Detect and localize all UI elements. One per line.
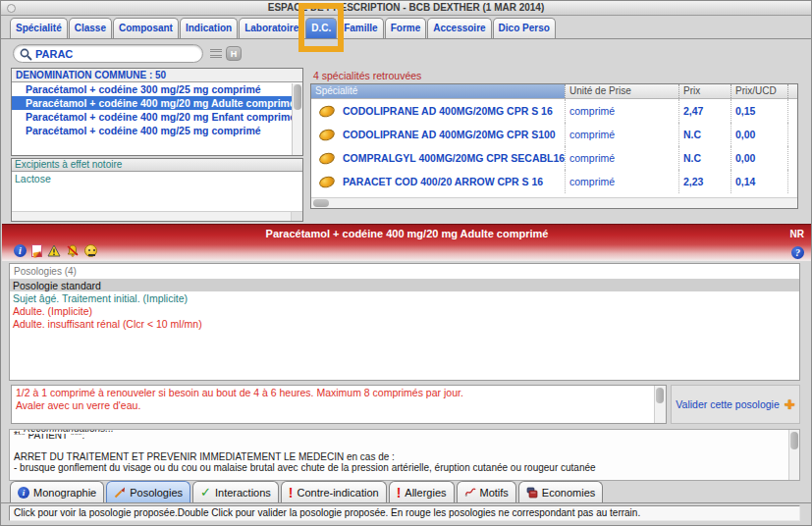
tab-famille[interactable]: Famille xyxy=(338,18,383,38)
prescription-window: ESPACE DE PRESCRIPTION - BCB DEXTHER (1 … xyxy=(0,0,812,526)
unit-cell: comprimé xyxy=(565,99,678,123)
horizontal-scrollbar[interactable] xyxy=(12,211,291,221)
exclamation-icon: ! xyxy=(289,487,294,499)
selected-product-title: Paracétamol + codéine 400 mg/20 mg Adult… xyxy=(2,228,812,239)
face-icon[interactable] xyxy=(84,244,97,257)
search-icon xyxy=(20,48,32,61)
check-icon: ✓ xyxy=(200,487,211,499)
tab-dc[interactable]: D.C. xyxy=(305,18,337,38)
unit-cell: comprimé xyxy=(565,170,678,193)
price-cell: 2,23 xyxy=(678,170,731,193)
exclamation-icon: ! xyxy=(397,487,402,499)
document-edit-icon[interactable] xyxy=(31,244,42,257)
results-table-header: Spécialité Unité de Prise Prix Prix/UCD xyxy=(311,84,797,99)
horizontal-scrollbar[interactable] xyxy=(311,197,797,208)
column-header-specialite[interactable]: Spécialité xyxy=(311,84,565,98)
price-cell: N.C xyxy=(678,123,731,146)
tab-label: Posologies xyxy=(130,487,183,499)
price-cell: 2,47 xyxy=(678,99,731,123)
excipient-item[interactable]: Lactose xyxy=(12,172,302,184)
column-header-prix[interactable]: Prix xyxy=(678,84,731,98)
tab-motifs[interactable]: Motifs xyxy=(457,481,516,502)
column-header-unite[interactable]: Unité de Prise xyxy=(565,84,678,98)
excipients-panel: Excipients à effet notoire Lactose xyxy=(11,158,303,222)
tab-economies[interactable]: Economies xyxy=(518,481,603,502)
tab-classe[interactable]: Classe xyxy=(69,18,112,38)
vertical-scrollbar[interactable] xyxy=(788,430,799,480)
tab-composant[interactable]: Composant xyxy=(113,18,179,38)
help-icon[interactable]: ? xyxy=(791,246,804,259)
tab-label: Interactions xyxy=(215,487,271,499)
specialty-name: CODOLIPRANE AD 400MG/20MG CPR S 16 xyxy=(343,105,553,117)
tab-dico-perso[interactable]: Dico Perso xyxy=(493,18,556,38)
tab-accessoire[interactable]: Accessoire xyxy=(427,18,491,38)
tab-allergies[interactable]: ! Allergies xyxy=(389,481,455,502)
tab-dc-label: D.C. xyxy=(311,23,331,33)
banner-icon-row: i xyxy=(14,244,97,257)
table-row[interactable]: COMPRALGYL 400MG/20MG CPR SECABL16 compr… xyxy=(311,146,797,170)
denomination-list-header: DENOMINATION COMMUNE : 50 xyxy=(12,69,302,82)
list-item[interactable]: Paracétamol + codéine 400 mg/20 mg Enfan… xyxy=(12,110,302,124)
pill-icon xyxy=(318,103,337,118)
search-input[interactable] xyxy=(35,46,197,61)
search-box[interactable] xyxy=(13,44,203,63)
scrollbar-corner xyxy=(291,211,302,221)
price-ucd-cell: 0,15 xyxy=(731,99,787,123)
posology-item-selected[interactable]: Posologie standard xyxy=(10,279,799,291)
table-row[interactable]: CODOLIPRANE AD 400MG/20MG CPR S 16 compr… xyxy=(311,99,797,123)
pill-icon xyxy=(318,150,337,165)
scrollbar-thumb[interactable] xyxy=(294,84,301,110)
table-row[interactable]: CODOLIPRANE AD 400MG/20MG CPR S100 compr… xyxy=(311,123,797,146)
info-icon[interactable]: i xyxy=(14,244,27,257)
tab-monographie[interactable]: i Monographie xyxy=(10,481,104,502)
recommendation-line xyxy=(10,441,799,451)
list-item[interactable]: Paracétamol + codéine 400 mg/25 mg compr… xyxy=(12,124,302,137)
scrollbar-thumb[interactable] xyxy=(790,432,798,449)
tab-label: Monographie xyxy=(33,487,96,499)
tab-specialite[interactable]: Spécialité xyxy=(10,18,68,38)
tab-label: Allergies xyxy=(405,487,446,499)
list-item-selected[interactable]: Paracétamol + codéine 400 mg/20 mg Adult… xyxy=(12,96,302,110)
status-bar: Click pour voir la posologie proposée.Do… xyxy=(9,505,800,521)
recommendations-panel: Recommandations... *** PATIENT ***: ARRE… xyxy=(9,429,800,481)
posology-item[interactable]: Adulte. insuffisant rénal (Clcr < 10 ml/… xyxy=(10,317,799,330)
warning-triangle-icon[interactable] xyxy=(47,244,61,257)
vertical-scrollbar[interactable] xyxy=(654,386,666,423)
vertical-scrollbar[interactable] xyxy=(292,83,302,155)
results-count-label: 4 spécialités retrouvées xyxy=(313,70,421,81)
specialty-name: COMPRALGYL 400MG/20MG CPR SECABL16 xyxy=(343,152,565,164)
list-item[interactable]: Paracétamol + codéine 300 mg/25 mg compr… xyxy=(12,82,302,96)
excipients-header: Excipients à effet notoire xyxy=(12,159,302,172)
scrollbar-thumb[interactable] xyxy=(656,388,664,403)
posology-item[interactable]: Adulte. (Implicite) xyxy=(10,304,799,317)
unit-cell: comprimé xyxy=(565,123,678,146)
tab-indication[interactable]: Indication xyxy=(180,18,238,38)
tab-label: Economies xyxy=(542,487,595,499)
alert-bell-icon[interactable] xyxy=(66,244,80,257)
column-header-extra xyxy=(787,84,797,98)
recommendation-line: - brusque gonflement du visage ou du cou… xyxy=(10,462,799,473)
tab-contre-indication[interactable]: ! Contre-indication xyxy=(281,481,387,502)
tab-forme[interactable]: Forme xyxy=(385,18,427,38)
denomination-list: DENOMINATION COMMUNE : 50 Paracétamol + … xyxy=(11,68,303,156)
selected-product-banner: Paracétamol + codéine 400 mg/20 mg Adult… xyxy=(2,224,812,261)
filter-lines-icon[interactable] xyxy=(210,49,222,58)
scrollbar-thumb[interactable] xyxy=(313,199,329,207)
tab-interactions[interactable]: ✓ Interactions xyxy=(192,481,279,502)
tab-posologies[interactable]: Posologies xyxy=(106,481,190,502)
recommendation-line: *** PATIENT ***: xyxy=(10,430,799,441)
recommendation-line: ARRET DU TRAITEMENT ET PREVENIR IMMEDIAT… xyxy=(10,451,799,462)
price-ucd-cell: 0,00 xyxy=(731,123,787,146)
recommendations-legend: Recommandations... xyxy=(20,429,118,434)
results-table: Spécialité Unité de Prise Prix Prix/UCD … xyxy=(310,83,798,209)
validate-posology-button[interactable]: Valider cette posologie ✚ xyxy=(671,385,800,424)
table-row[interactable]: PARACET COD 400/20 ARROW CPR S 16 compri… xyxy=(311,170,797,193)
title-bar: ESPACE DE PRESCRIPTION - BCB DEXTHER (1 … xyxy=(1,1,811,16)
h-button[interactable]: H xyxy=(226,46,242,61)
posology-detail-box[interactable]: 1/2 à 1 comprimé à renouveler si besoin … xyxy=(11,385,667,424)
posologies-header: Posologies (4) xyxy=(10,264,799,279)
column-header-prix-ucd[interactable]: Prix/UCD xyxy=(731,84,787,98)
price-cell: N.C xyxy=(678,146,731,170)
posology-item[interactable]: Sujet âgé. Traitement initial. (Implicit… xyxy=(10,291,799,304)
tab-laboratoire[interactable]: Laboratoire xyxy=(239,18,304,38)
